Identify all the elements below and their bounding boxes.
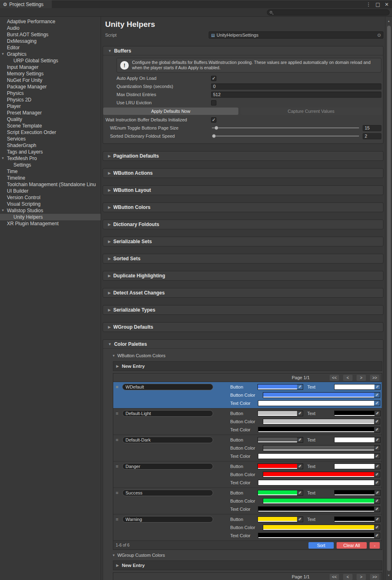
eyedropper-icon[interactable]: ✐ xyxy=(374,499,380,503)
section-header[interactable]: ▶Detect Asset Changes xyxy=(103,288,383,297)
entry-name-field[interactable] xyxy=(122,384,213,390)
slider-handle[interactable] xyxy=(214,126,218,130)
sort-button[interactable]: Sort xyxy=(308,542,334,549)
next-page-button[interactable]: > xyxy=(357,574,366,580)
new-entry-foldout[interactable]: ▶New Entry xyxy=(113,560,382,570)
new-entry-foldout[interactable]: ▶New Entry xyxy=(113,361,382,371)
palette-entry-success[interactable]: = Button ✐ Text ✐ Button Color ✐ xyxy=(113,488,382,514)
object-picker-icon[interactable]: ⊙ xyxy=(377,33,381,38)
drag-handle-icon[interactable]: = xyxy=(116,490,121,513)
sidebar-item[interactable]: XR Plugin Management xyxy=(0,220,101,227)
eyedropper-icon[interactable]: ✐ xyxy=(374,401,380,406)
button-color-swatch[interactable]: ✐ xyxy=(258,464,303,469)
entry-name-field[interactable] xyxy=(122,437,213,443)
sidebar-item[interactable]: Burst AOT Settings xyxy=(0,31,101,38)
section-header[interactable]: ▶Serializable Sets xyxy=(103,237,383,246)
text-color-swatch[interactable]: ✐ xyxy=(334,464,381,469)
quantization-step-input[interactable] xyxy=(211,83,381,90)
remove-button[interactable]: - xyxy=(370,542,380,549)
eyedropper-icon[interactable]: ✐ xyxy=(374,525,380,530)
eyedropper-icon[interactable]: ✐ xyxy=(374,517,380,522)
eyedropper-icon[interactable]: ✐ xyxy=(297,464,303,469)
text-color-swatch[interactable]: ✐ xyxy=(334,516,381,522)
apply-defaults-button[interactable]: Apply Defaults Now xyxy=(103,108,238,115)
checkbox[interactable]: ✓ xyxy=(211,100,216,105)
palette-entry-danger[interactable]: = Button ✐ Text ✐ Button Color ✐ xyxy=(113,461,382,488)
eyedropper-icon[interactable]: ✐ xyxy=(374,427,380,432)
text-color-wide-swatch[interactable]: ✐ xyxy=(258,427,380,433)
eyedropper-icon[interactable]: ✐ xyxy=(374,480,380,485)
color-palettes-header[interactable]: ▼Color Palettes xyxy=(103,340,383,349)
sidebar-item[interactable]: Memory Settings xyxy=(0,70,101,77)
button-color-wide-swatch[interactable]: ✐ xyxy=(263,445,380,451)
palette-entry-warning[interactable]: = Button ✐ Text ✐ Button Color ✐ xyxy=(113,514,382,540)
button-color-wide-swatch[interactable]: ✐ xyxy=(263,472,380,477)
vertical-scrollbar[interactable]: ▲ ▼ xyxy=(385,17,392,580)
tab-project-settings[interactable]: ⚙ Project Settings xyxy=(0,0,52,8)
sidebar-item[interactable]: NuGet For Unity xyxy=(0,77,101,83)
section-header[interactable]: ▶WButton Actions xyxy=(103,169,383,178)
text-color-swatch[interactable]: ✐ xyxy=(334,490,381,496)
sidebar-item[interactable]: Editor xyxy=(0,44,101,51)
sidebar-item[interactable]: URP Global Settings xyxy=(0,57,101,64)
text-color-wide-swatch[interactable]: ✐ xyxy=(258,400,380,406)
sidebar-item[interactable]: Settings xyxy=(0,162,101,168)
sidebar-item[interactable]: Adaptive Performance xyxy=(0,18,101,25)
eyedropper-icon[interactable]: ✐ xyxy=(374,384,380,389)
eyedropper-icon[interactable]: ✐ xyxy=(374,472,380,477)
sidebar-item[interactable]: Preset Manager xyxy=(0,110,101,116)
close-icon[interactable]: ✕ xyxy=(385,2,389,7)
eyedropper-icon[interactable]: ✐ xyxy=(374,454,380,459)
sidebar-item[interactable]: Scene Template xyxy=(0,123,101,129)
wenum-page-size-slider[interactable] xyxy=(211,124,360,132)
section-header[interactable]: ▶Serializable Types xyxy=(103,305,383,314)
button-color-swatch[interactable]: ✐ xyxy=(258,411,303,416)
palette-entry-default-dark[interactable]: = Button ✐ Text ✐ Button Color ✐ xyxy=(113,435,382,461)
script-object-field[interactable]: ▤ UnityHelpersSettings ⊙ xyxy=(209,31,383,39)
search-input[interactable] xyxy=(272,10,387,15)
button-color-swatch[interactable]: ✐ xyxy=(258,490,303,496)
wenum-page-size-value[interactable] xyxy=(363,125,381,131)
clear-all-button[interactable]: Clear All xyxy=(337,542,367,549)
first-page-button[interactable]: << xyxy=(330,574,339,580)
text-color-wide-swatch[interactable]: ✐ xyxy=(258,453,380,459)
scroll-down-icon[interactable]: ▼ xyxy=(388,573,390,578)
button-color-wide-swatch[interactable]: ✐ xyxy=(263,392,380,398)
text-color-wide-swatch[interactable]: ✐ xyxy=(258,506,380,512)
wgroup-custom-colors-foldout[interactable]: ▼WGroup Custom Colors xyxy=(112,552,383,558)
sidebar-item[interactable]: Physics xyxy=(0,90,101,97)
eyedropper-icon[interactable]: ✐ xyxy=(374,437,380,442)
section-header[interactable]: ▶Pagination Defaults xyxy=(103,152,383,160)
button-color-wide-swatch[interactable]: ✐ xyxy=(263,525,380,530)
prev-page-button[interactable]: < xyxy=(343,375,352,381)
sidebar-item-unity-helpers[interactable]: Unity Helpers xyxy=(0,214,101,220)
sidebar-item[interactable]: Toolchain Management (Standalone Linu xyxy=(0,181,101,188)
checkbox[interactable]: ✓ xyxy=(211,76,216,81)
eyedropper-icon[interactable]: ✐ xyxy=(374,507,380,512)
scroll-up-icon[interactable]: ▲ xyxy=(388,19,390,23)
search-box[interactable] xyxy=(267,9,390,15)
next-page-button[interactable]: > xyxy=(357,375,366,381)
drag-handle-icon[interactable]: = xyxy=(116,384,121,407)
last-page-button[interactable]: >> xyxy=(370,375,379,381)
sidebar-item[interactable]: Physics 2D xyxy=(0,97,101,103)
slider-handle[interactable] xyxy=(212,134,216,138)
sidebar-item[interactable]: Quality xyxy=(0,116,101,123)
text-color-wide-swatch[interactable]: ✐ xyxy=(258,480,380,486)
sidebar-item[interactable]: Visual Scripting xyxy=(0,201,101,207)
text-color-wide-swatch[interactable]: ✐ xyxy=(258,533,380,538)
button-color-swatch[interactable]: ✐ xyxy=(258,516,303,522)
sidebar-item[interactable]: Services xyxy=(0,136,101,142)
sidebar-item[interactable]: Timeline xyxy=(0,175,101,181)
drag-handle-icon[interactable]: = xyxy=(116,437,121,460)
eyedropper-icon[interactable]: ✐ xyxy=(297,437,303,442)
eyedropper-icon[interactable]: ✐ xyxy=(374,419,380,424)
drag-handle-icon[interactable]: = xyxy=(116,464,121,487)
button-color-wide-swatch[interactable]: ✐ xyxy=(263,419,380,424)
section-header[interactable]: ▶Duplicate Highlighting xyxy=(103,271,383,280)
entry-name-field[interactable] xyxy=(122,410,213,417)
sidebar-item[interactable]: Package Manager xyxy=(0,83,101,90)
eyedropper-icon[interactable]: ✐ xyxy=(297,411,303,416)
sidebar-item[interactable]: ShaderGraph xyxy=(0,142,101,149)
sidebar-item[interactable]: Audio xyxy=(0,25,101,31)
